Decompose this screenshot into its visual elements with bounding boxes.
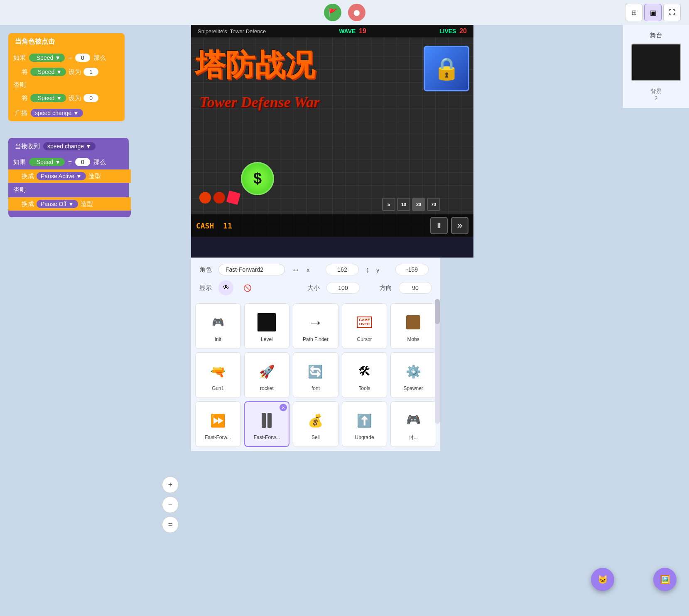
add-background-button[interactable]: 🖼️ [653,568,677,591]
direction-input[interactable] [399,282,432,294]
sprite-cell-path-finder[interactable]: → Path Finder [293,303,338,349]
game-controls: ⏸ » [430,217,468,234]
block-group-1: 当角色被点击 如果 _Speed ▼ = 0 那么 将 _Speed ▼ [8,33,183,121]
sprite-cell-tools[interactable]: 🛠 Tools [342,352,387,398]
sprite-name-input[interactable] [218,264,285,275]
view-btn-2[interactable]: ▣ [644,4,662,21]
upgrade-label: Upgrade [355,434,374,440]
split-view-icon: ⊞ [631,9,637,17]
fast-forward-button[interactable]: » [451,217,468,234]
switch-label-1: 换成 [22,172,34,180]
val-1-pill[interactable]: 1 [83,68,98,76]
scrollbar-thumb[interactable] [435,299,440,324]
size-label: 大小 [307,284,320,292]
seal-label: 封... [409,434,418,441]
pause-off-pill[interactable]: Pause Off ▼ [37,200,78,208]
speed-4x: 70 [427,198,440,211]
seal-icon: 🎮 [402,408,425,432]
add-sprite-button[interactable]: 🐱 [591,568,614,591]
fast-forward2-label: Fast-Forw... [254,434,280,440]
y-coord-input[interactable] [395,264,429,275]
sprite-cell-fast-forward2[interactable]: ✕ Fast-Forw... [244,401,290,447]
zoom-in-button[interactable]: + [162,476,179,493]
sprite-cell-mobs[interactable]: Mobs [390,303,436,349]
block-set-speed-0: 将 _Speed ▼ 设为 0 [8,91,125,105]
sprite-cell-seal[interactable]: 🎮 封... [390,401,436,447]
direction-label: 方向 [380,284,392,292]
cash-display: CASH 11 [196,221,232,230]
lock-icon-box: 🔒 [424,46,469,91]
add-sprite-icon: 🐱 [598,574,608,584]
block-set-speed-1: 将 _Speed ▼ 设为 1 [8,65,125,79]
cursor-label: Cursor [357,336,372,342]
tower-sprite-1 [226,191,240,205]
speed-var-pill-2[interactable]: _Speed ▼ [30,68,66,76]
equals-label: = [68,54,72,61]
size-input[interactable] [326,282,360,294]
sprite-cell-level[interactable]: Level [244,303,290,349]
sprite-cell-upgrade[interactable]: ⬆️ Upgrade [342,401,387,447]
sprite-cell-spawner[interactable]: ⚙️ Spawner [390,352,436,398]
upgrade-icon: ⬆️ [353,409,376,432]
set-to-label-2: 设为 [69,94,81,102]
view-btn-1[interactable]: ⊞ [625,4,642,21]
sprite-cell-cursor[interactable]: GAMEOVER Cursor [342,303,387,349]
sprite-cell-init[interactable]: 🎮 Init [195,303,241,349]
block-switch-costume-1: 换成 Pause Active ▼ 造型 [8,169,131,183]
delete-badge[interactable]: ✕ [280,404,287,411]
sprite-cell-sell[interactable]: 💰 Sell [293,401,338,447]
info-row-2: 显示 👁 🚫 大小 方向 [199,280,432,295]
speed-var-pill-4[interactable]: _Speed ▼ [29,158,65,166]
costume-suffix-2: 造型 [81,200,93,208]
sprite-cell-font[interactable]: 🔄 font [293,352,338,398]
block-when-clicked: 当角色被点击 如果 _Speed ▼ = 0 那么 将 _Speed ▼ [8,33,125,121]
init-label: Init [215,336,221,342]
val-0-pill-2[interactable]: 0 [75,158,90,166]
bg-label: 背景 [651,88,662,95]
game-content: 塔防战况 Tower Defense War 🔒 5 10 20 70 $ [191,37,473,237]
wave-display: WAVE 19 [339,27,366,35]
stage-thumbnail[interactable] [631,44,681,81]
set-to-label-1: 设为 [69,68,81,76]
fast-forward2-icon [255,409,278,432]
green-flag-button[interactable]: 🚩 [324,4,341,21]
info-panel: 角色 ↔ x ↕ y 显示 👁 🚫 大小 方向 [191,258,440,304]
block-group-2: 当接收到 speed change ▼ 如果 _Speed ▼ = 0 那么 换… [8,138,183,217]
speed-var-pill-3[interactable]: _Speed ▼ [30,94,66,102]
sprite-cell-gun1[interactable]: 🔫 Gun1 [195,352,241,398]
path-finder-icon: → [304,311,327,334]
enemy-sprite-1 [199,192,211,204]
font-icon: 🔄 [304,360,327,383]
right-panel: 舞台 背景 2 [623,25,689,108]
val-2-pill[interactable]: 0 [83,94,98,102]
level-icon [255,311,278,334]
speed-change-pill-2[interactable]: speed change ▼ [43,142,96,150]
pause-button[interactable]: ⏸ [430,217,448,234]
speed-change-pill[interactable]: speed change ▼ [31,109,83,117]
val-0-pill[interactable]: 0 [75,54,90,62]
zoom-controls: + − = [162,476,179,533]
pause-active-pill[interactable]: Pause Active ▼ [37,172,86,180]
gun1-icon: 🔫 [206,360,230,383]
then-label-2: 那么 [93,158,106,166]
speed-var-pill-1[interactable]: _Speed ▼ [29,54,65,62]
zoom-reset-icon: = [168,520,173,529]
zoom-out-button[interactable]: − [162,496,179,513]
view-buttons: ⊞ ▣ ⛶ [625,4,681,21]
scrollbar-track[interactable] [435,299,440,424]
stop-icon: ⬤ [353,9,360,16]
show-label: 显示 [199,284,212,292]
block-hat-1: 当角色被点击 [8,33,125,50]
hide-button[interactable]: 🚫 [240,280,255,295]
zoom-reset-button[interactable]: = [162,516,179,533]
show-button[interactable]: 👁 [218,280,233,295]
sprite-cell-rocket[interactable]: 🚀 rocket [244,352,290,398]
sprite-cell-fast-forward1[interactable]: ⏩ Fast-Forw... [195,401,241,447]
stop-button[interactable]: ⬤ [348,4,365,21]
lock-icon: 🔒 [433,56,460,81]
cash-label: CASH [196,221,214,230]
block-else-2: 否则 [8,183,129,197]
x-coord-input[interactable] [326,264,359,275]
y-label: y [376,266,389,273]
view-btn-3[interactable]: ⛶ [663,4,681,21]
